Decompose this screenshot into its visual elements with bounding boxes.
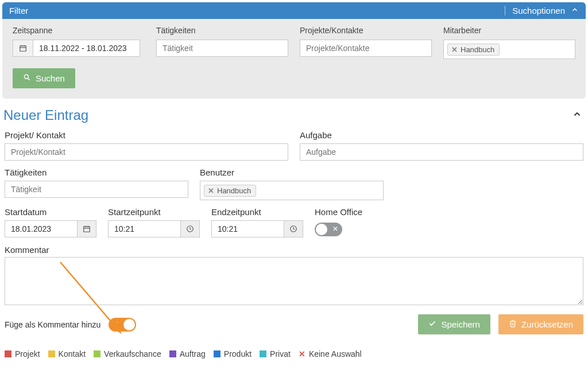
suchoptionen-toggle[interactable]: Suchoptionen <box>505 6 579 15</box>
kommentar-input[interactable] <box>5 257 583 305</box>
legend-projekt: Projekt <box>15 349 40 358</box>
calendar-icon[interactable] <box>78 220 96 237</box>
projekt-input[interactable] <box>5 143 288 161</box>
svg-point-4 <box>24 75 28 79</box>
taetigkeiten-input[interactable] <box>156 40 288 57</box>
trash-icon <box>509 319 517 329</box>
speichern-button[interactable]: Speichern <box>418 314 490 334</box>
add-comment-label: Füge als Kommentar hinzu <box>5 320 100 329</box>
filter-body: Zeitspanne Tätigkeiten Projekte/Kontakte… <box>2 19 586 99</box>
close-icon[interactable]: ✕ <box>451 45 458 54</box>
legend-produkt: Produkt <box>224 349 252 358</box>
startzeit-label: Startzeitpunkt <box>108 207 200 217</box>
taetigkeiten-label-2: Tätigkeiten <box>5 167 188 177</box>
taetigkeiten-label: Tätigkeiten <box>156 26 288 35</box>
check-icon: ✔ <box>113 320 118 328</box>
benutzer-tag: ✕ Handbuch <box>204 185 256 197</box>
zeitspanne-label: Zeitspanne <box>13 26 145 35</box>
zuruecksetzen-label: Zurücksetzen <box>521 319 573 329</box>
suchen-label: Suchen <box>36 73 65 83</box>
filter-header: Filter Suchoptionen <box>2 2 586 19</box>
add-comment-toggle[interactable]: ✔ <box>109 318 136 332</box>
legend-auftrag: Auftrag <box>180 349 206 358</box>
mitarbeiter-tag: ✕ Handbuch <box>447 44 500 56</box>
projekte-label: Projekte/Kontakte <box>300 26 432 35</box>
legend-kontakt: Kontakt <box>59 349 86 358</box>
startdatum-label: Startdatum <box>5 207 96 217</box>
x-icon: ✕ <box>332 225 338 233</box>
aufgabe-input[interactable] <box>300 143 583 161</box>
kommentar-label: Kommentar <box>5 245 583 255</box>
zeitspanne-input[interactable] <box>33 40 140 57</box>
svg-rect-0 <box>20 46 26 51</box>
startdatum-input[interactable] <box>5 220 78 237</box>
legend-verkauf: Verkaufschance <box>104 349 161 358</box>
taetigkeiten-input-2[interactable] <box>5 181 188 198</box>
clock-icon[interactable] <box>181 220 200 237</box>
projekt-label: Projekt/ Kontakt <box>5 130 288 140</box>
filter-title: Filter <box>9 6 28 15</box>
benutzer-input[interactable]: ✕ Handbuch <box>200 181 384 200</box>
benutzer-label: Benutzer <box>200 167 384 177</box>
close-icon[interactable]: ✕ <box>208 186 214 195</box>
check-icon <box>428 319 436 329</box>
endzeit-label: Endzeitpunkt <box>211 207 303 217</box>
legend-privat: Privat <box>270 349 291 358</box>
endzeit-input[interactable] <box>211 220 284 237</box>
x-icon: ✕ <box>299 349 305 358</box>
chevron-up-icon <box>571 6 579 15</box>
search-icon <box>23 73 31 83</box>
mitarbeiter-tag-label: Handbuch <box>461 45 494 54</box>
entry-header: Neuer Eintrag <box>3 107 585 123</box>
suchoptionen-label: Suchoptionen <box>512 6 565 15</box>
filter-panel: Filter Suchoptionen Zeitspanne Tätigkeit… <box>2 2 586 99</box>
homeoffice-label: Home Office <box>315 207 407 217</box>
homeoffice-toggle[interactable]: ✕ <box>315 223 342 236</box>
calendar-icon[interactable] <box>13 40 33 57</box>
legend: Projekt Kontakt Verkaufschance Auftrag P… <box>2 345 586 361</box>
legend-keine: Keine Auswahl <box>309 349 362 358</box>
benutzer-tag-label: Handbuch <box>217 186 251 195</box>
projekte-input[interactable] <box>300 40 432 57</box>
suchen-button[interactable]: Suchen <box>13 68 75 88</box>
svg-rect-6 <box>84 227 90 232</box>
aufgabe-label: Aufgabe <box>300 130 583 140</box>
speichern-label: Speichern <box>441 319 480 329</box>
zuruecksetzen-button[interactable]: Zurücksetzen <box>498 314 583 334</box>
svg-line-5 <box>28 78 29 80</box>
startzeit-input[interactable] <box>108 220 181 237</box>
clock-icon[interactable] <box>284 220 303 237</box>
entry-collapse-button[interactable] <box>570 107 585 123</box>
entry-title: Neuer Eintrag <box>3 107 88 123</box>
mitarbeiter-input[interactable]: ✕ Handbuch <box>443 40 575 59</box>
mitarbeiter-label: Mitarbeiter <box>443 26 575 35</box>
